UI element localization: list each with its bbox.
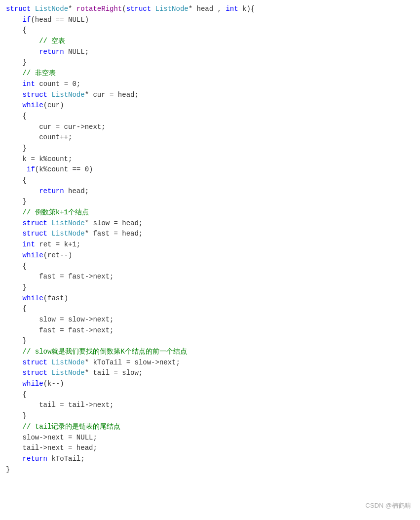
code-line-24: struct ListNode* fast = head; <box>6 229 414 240</box>
code-line-45: return kToTail; <box>6 454 414 465</box>
code-line-29: } <box>6 282 414 293</box>
code-line-19: return head; <box>6 186 414 197</box>
code-line-30: while(fast) <box>6 293 414 304</box>
code-line-20: } <box>6 197 414 207</box>
code-line-31: { <box>6 304 414 315</box>
code-line-18: { <box>6 175 414 186</box>
code-line-11: while(cur) <box>6 100 414 111</box>
code-line-10: struct ListNode* cur = head; <box>6 90 414 101</box>
code-line-39: { <box>6 390 414 400</box>
code-line-25: int ret = k+1; <box>6 240 414 250</box>
code-line-34: } <box>6 336 414 347</box>
code-line-33: fast = fast->next; <box>6 325 414 336</box>
code-line-12: { <box>6 111 414 122</box>
code-line-17: if(k%count == 0) <box>6 164 414 175</box>
code-line-35: // slow就是我们要找的倒数第K个结点的前一个结点 <box>6 347 414 358</box>
code-line-14: count++; <box>6 132 414 143</box>
code-line-36: struct ListNode* kToTail = slow->next; <box>6 358 414 368</box>
code-line-16: k = k%count; <box>6 154 414 165</box>
code-line-40: tail = tail->next; <box>6 400 414 411</box>
code-line-44: tail->next = head; <box>6 443 414 454</box>
code-line-15: } <box>6 143 414 154</box>
code-line-6: } <box>6 57 414 68</box>
code-line-3: { <box>6 25 414 36</box>
code-line-7: // 非空表 <box>6 68 414 79</box>
code-line-46: } <box>6 465 414 476</box>
code-line-27: { <box>6 261 414 272</box>
code-line-26: while(ret--) <box>6 250 414 261</box>
code-line-42: // tail记录的是链表的尾结点 <box>6 422 414 433</box>
code-line-28: fast = fast->next; <box>6 272 414 282</box>
watermark: CSDN @楠鹤晴 <box>365 501 411 511</box>
code-line-32: slow = slow->next; <box>6 315 414 325</box>
code-line-37: struct ListNode* tail = slow; <box>6 368 414 379</box>
code-line-13: cur = cur->next; <box>6 122 414 133</box>
code-line-9: int count = 0; <box>6 79 414 90</box>
code-line-41: } <box>6 411 414 422</box>
code-line-1: struct ListNode* rotateRight(struct List… <box>6 4 414 15</box>
code-line-43: slow->next = NULL; <box>6 433 414 443</box>
code-line-22: // 倒数第k+1个结点 <box>6 207 414 218</box>
code-editor: struct ListNode* rotateRight(struct List… <box>0 0 420 520</box>
code-line-4: // 空表 <box>6 36 414 47</box>
code-line-23: struct ListNode* slow = head; <box>6 218 414 229</box>
code-line-38: while(k--) <box>6 379 414 390</box>
code-line-5: return NULL; <box>6 47 414 58</box>
code-line-2: if(head == NULL) <box>6 15 414 26</box>
